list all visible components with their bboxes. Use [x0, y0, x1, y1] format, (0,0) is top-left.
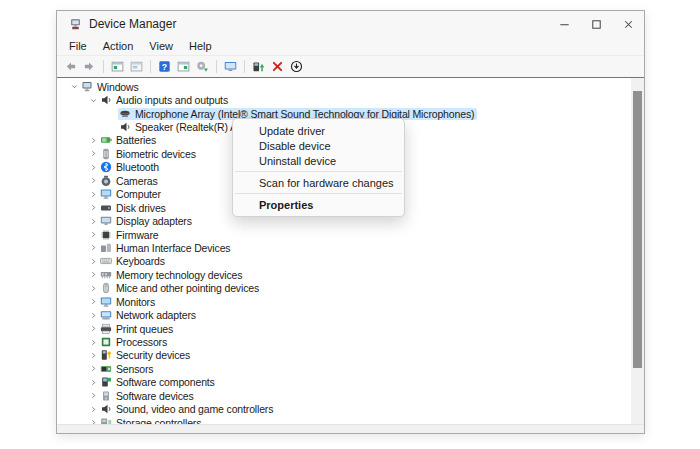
expand-toggle[interactable]: [87, 405, 99, 414]
expand-toggle[interactable]: [87, 203, 99, 212]
tree-item-sensors[interactable]: Sensors: [58, 362, 630, 375]
toolbar-separator: [150, 60, 151, 73]
expand-toggle[interactable]: [87, 96, 99, 105]
tree-item-network-adapters[interactable]: Network adapters: [58, 308, 630, 321]
show-console-tree-button[interactable]: [109, 58, 126, 75]
expand-toggle[interactable]: [87, 311, 99, 320]
expand-toggle[interactable]: [87, 324, 99, 333]
tree-item-content: Sensors: [99, 363, 156, 375]
tree-item-label: Windows: [97, 81, 139, 93]
tree-item-human-interface-devices[interactable]: Human Interface Devices: [58, 241, 630, 254]
menu-file[interactable]: File: [61, 40, 95, 52]
close-button[interactable]: [612, 11, 644, 37]
tree-item-audio-inputs-and-outputs[interactable]: Audio inputs and outputs: [58, 93, 630, 106]
mouse-icon: [100, 282, 112, 294]
expand-toggle[interactable]: [87, 136, 99, 145]
tree-item-software-components[interactable]: Software components: [58, 376, 630, 389]
chevron-right-icon: [89, 217, 98, 226]
expand-toggle[interactable]: [87, 243, 99, 252]
expand-toggle[interactable]: [87, 284, 99, 293]
tree-item-firmware[interactable]: Firmware: [58, 228, 630, 241]
tree-item-label: Processors: [116, 336, 167, 348]
chevron-right-icon: [89, 149, 98, 158]
tree-item-content: Keyboards: [99, 255, 168, 267]
context-menu-disable-device[interactable]: Disable device: [233, 138, 404, 153]
expand-toggle[interactable]: [87, 257, 99, 266]
tree-item-sound-video-and-game-controllers[interactable]: Sound, video and game controllers: [58, 403, 630, 416]
tree-item-content: Security devices: [99, 349, 193, 361]
tree-item-processors[interactable]: Processors: [58, 335, 630, 348]
back-button[interactable]: [62, 58, 79, 75]
chevron-right-icon: [89, 324, 98, 333]
minimize-icon: [558, 18, 571, 31]
expand-toggle[interactable]: [68, 82, 80, 91]
horizontal-scrollbar[interactable]: [57, 424, 644, 433]
context-menu: Update driverDisable deviceUninstall dev…: [232, 118, 405, 217]
tree-item-software-devices[interactable]: Software devices: [58, 389, 630, 402]
title-bar: Device Manager: [57, 11, 644, 37]
tree-item-label: Print queues: [116, 323, 173, 335]
tree-item-content: Processors: [99, 336, 170, 348]
keyboard-icon: [100, 255, 112, 267]
tree-item-content: Software components: [99, 376, 218, 388]
expand-toggle[interactable]: [87, 176, 99, 185]
help-button[interactable]: ?: [156, 58, 173, 75]
tree-item-content: Print queues: [99, 323, 176, 335]
scrollbar-thumb[interactable]: [633, 91, 642, 368]
tree-item-monitors[interactable]: Monitors: [58, 295, 630, 308]
scan-hardware-button[interactable]: [194, 58, 211, 75]
tree-item-memory-technology-devices[interactable]: Memory technology devices: [58, 268, 630, 281]
context-menu-properties[interactable]: Properties: [233, 197, 404, 212]
tree-item-content: Sound, video and game controllers: [99, 403, 276, 415]
update-driver-button[interactable]: [250, 58, 267, 75]
expand-toggle[interactable]: [87, 391, 99, 400]
action-pane-button[interactable]: [175, 58, 192, 75]
tree-item-content: Human Interface Devices: [99, 242, 233, 254]
expand-toggle[interactable]: [87, 149, 99, 158]
menu-view[interactable]: View: [141, 40, 181, 52]
context-menu-uninstall-device[interactable]: Uninstall device: [233, 153, 404, 168]
tree-item-label: Sensors: [116, 363, 153, 375]
vertical-scrollbar[interactable]: [631, 78, 644, 425]
context-menu-scan-for-hardware-changes[interactable]: Scan for hardware changes: [233, 175, 404, 190]
tree-item-label: Security devices: [116, 349, 190, 361]
tree-item-windows[interactable]: Windows: [58, 80, 630, 93]
tree-item-print-queues[interactable]: Print queues: [58, 322, 630, 335]
expand-toggle[interactable]: [87, 351, 99, 360]
tree-item-keyboards[interactable]: Keyboards: [58, 255, 630, 268]
window-title: Device Manager: [89, 17, 176, 31]
forward-button[interactable]: [81, 58, 98, 75]
chevron-down-icon: [89, 96, 98, 105]
tree-item-mice-and-other-pointing-devices[interactable]: Mice and other pointing devices: [58, 282, 630, 295]
expand-toggle[interactable]: [87, 338, 99, 347]
window-controls: [548, 11, 644, 37]
monitor-icon: [100, 296, 112, 308]
expand-toggle[interactable]: [87, 163, 99, 172]
properties-window-button[interactable]: [128, 58, 145, 75]
expand-toggle[interactable]: [87, 364, 99, 373]
menu-action[interactable]: Action: [95, 40, 142, 52]
tree-item-label: Bluetooth: [116, 161, 159, 173]
tree-item-label: Disk drives: [116, 202, 166, 214]
uninstall-device-button[interactable]: [269, 58, 286, 75]
security-lock-icon: [100, 349, 112, 361]
toolbar: ?: [57, 56, 644, 78]
expand-toggle[interactable]: [87, 190, 99, 199]
minimize-button[interactable]: [548, 11, 580, 37]
menu-help[interactable]: Help: [181, 40, 220, 52]
tree-item-security-devices[interactable]: Security devices: [58, 349, 630, 362]
expand-toggle[interactable]: [87, 297, 99, 306]
chevron-right-icon: [89, 203, 98, 212]
expand-toggle[interactable]: [87, 270, 99, 279]
context-menu-update-driver[interactable]: Update driver: [233, 123, 404, 138]
speaker-icon: [119, 121, 131, 133]
maximize-button[interactable]: [580, 11, 612, 37]
computer-view-button[interactable]: [222, 58, 239, 75]
expand-toggle[interactable]: [87, 230, 99, 239]
expand-toggle[interactable]: [87, 217, 99, 226]
tree-item-label: Computer: [116, 188, 161, 200]
expand-toggle[interactable]: [87, 378, 99, 387]
microphone-icon: [119, 108, 131, 120]
chevron-right-icon: [89, 391, 98, 400]
disable-device-button[interactable]: [288, 58, 305, 75]
